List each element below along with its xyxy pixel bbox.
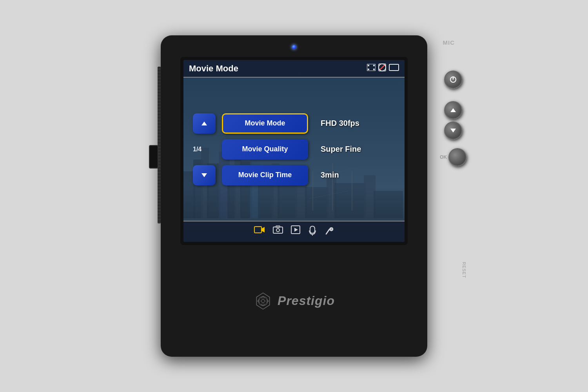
movie-mode-button[interactable]: Movie Mode [222,113,308,134]
movie-mode-value: FHD 30fps [321,119,359,128]
menu-row-movie-quality: Movie Quality Super Fine [193,139,395,160]
reset-area: RESET [462,262,466,278]
svg-point-37 [276,229,279,232]
footer-photo-icon[interactable] [273,225,283,238]
camera-body: MIC [161,35,427,357]
footer-mic-icon[interactable] [308,225,317,238]
svg-rect-33 [389,64,399,71]
camera-bottom: Prestigio [161,245,427,357]
svg-rect-26 [368,69,369,70]
ok-button[interactable] [448,148,466,166]
film-icon [367,64,376,73]
camera-up-button[interactable] [444,101,462,119]
movie-mode-label: Movie Mode [245,119,285,127]
footer-settings-icon[interactable] [325,225,334,238]
cam-up-arrow-icon [450,108,456,112]
ok-label: OK [440,154,447,160]
movie-clip-time-value: 3min [321,171,339,180]
usb-port [149,145,158,169]
svg-rect-29 [370,64,373,71]
camera-side-texture [158,67,161,223]
movie-clip-time-button[interactable]: Movie Clip Time [222,165,308,185]
camera-down-button[interactable] [444,122,462,140]
edit-icon [378,63,387,74]
svg-marker-40 [294,228,298,232]
svg-rect-36 [273,227,283,233]
screen-footer [183,221,405,242]
nav-down-button[interactable] [193,165,216,185]
camera-top [161,35,427,59]
screen: Movie Mode [183,60,405,242]
movie-quality-label: Movie Quality [242,145,288,153]
display-icon [389,64,399,73]
svg-point-47 [261,299,265,302]
svg-marker-35 [261,227,265,232]
menu-row-movie-clip-time: Movie Clip Time 3min [193,165,395,185]
movie-clip-time-label: Movie Clip Time [238,171,292,179]
nav-up-group [444,101,462,119]
nav-down-group [444,122,462,140]
up-arrow-icon [201,122,207,125]
svg-rect-25 [368,65,369,66]
right-side-panel: OK [440,71,466,166]
footer-play-icon[interactable] [291,225,300,238]
reset-label: RESET [462,262,466,278]
power-button[interactable] [444,71,462,89]
down-arrow-icon [201,173,207,177]
ok-group: OK [440,148,466,166]
mic-label: MIC [443,39,455,46]
svg-rect-27 [373,65,375,66]
footer-video-icon[interactable] [254,225,265,238]
cam-down-arrow-icon [450,129,456,132]
svg-rect-34 [254,227,261,233]
svg-line-43 [326,229,329,234]
brand-area: Prestigio [253,291,335,311]
page-indicator: 1/4 [193,146,201,153]
nav-up-button[interactable] [193,113,216,134]
led-indicator [292,45,296,49]
movie-quality-value: Super Fine [321,145,361,154]
screen-header: Movie Mode [183,60,405,78]
menu-row-movie-mode: Movie Mode FHD 30fps [193,113,395,134]
header-icons [367,63,399,74]
screen-bezel: Movie Mode [180,57,408,245]
power-group [444,71,462,89]
screen-title: Movie Mode [189,64,238,74]
brand-logo-icon [253,291,273,311]
movie-quality-button[interactable]: Movie Quality [222,139,308,160]
brand-name: Prestigio [278,294,335,308]
menu-area: 1/4 Movie Mode FHD 30fps Movie Quality [183,78,405,221]
svg-rect-28 [373,69,375,70]
svg-line-31 [379,65,385,70]
